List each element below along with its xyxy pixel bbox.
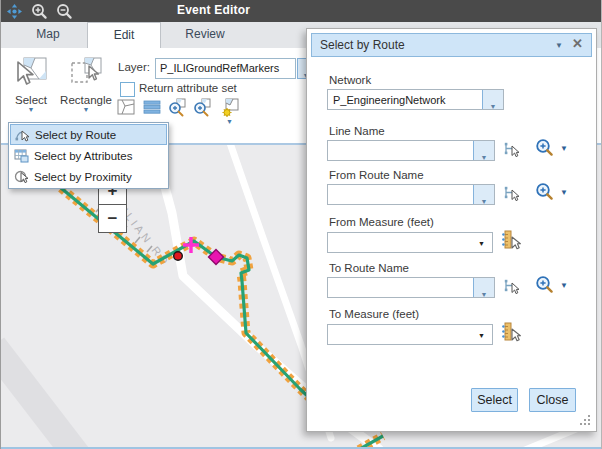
menu-item-select-by-route[interactable]: Select by Route (10, 124, 167, 145)
return-attribute-label: Return attribute set (139, 82, 237, 94)
chevron-down-icon: ▼ (481, 154, 488, 161)
from-measure-label: From Measure (feet) (329, 216, 434, 228)
line-name-label: Line Name (329, 125, 385, 137)
attribute-list-icon[interactable] (142, 97, 162, 117)
select-dropdown-menu: Select by Route Select by Attributes Sel… (8, 122, 169, 189)
return-attribute-checkbox[interactable] (120, 82, 135, 97)
menu-item-select-by-proximity[interactable]: Select by Proximity (10, 166, 167, 187)
from-measure-pick-icon[interactable] (502, 230, 522, 250)
line-name-zoom-caret-icon[interactable]: ▼ (560, 144, 568, 153)
menu-item-label: Select by Proximity (34, 171, 132, 183)
to-route-zoom-icon[interactable] (535, 275, 554, 294)
rectangle-tool-caret-icon[interactable]: ▼ (59, 106, 113, 113)
to-route-zoom-caret-icon[interactable]: ▼ (560, 281, 568, 290)
chevron-down-icon[interactable]: ▼ (478, 332, 485, 339)
chevron-down-icon[interactable]: ▼ (478, 240, 485, 247)
chevron-down-icon: ▼ (481, 198, 488, 205)
menu-item-label: Select by Attributes (34, 150, 132, 162)
from-route-select-on-map-icon[interactable] (504, 185, 521, 202)
tab-edit[interactable]: Edit (87, 22, 161, 48)
title-bar: Event Editor (1, 0, 602, 22)
panel-header[interactable]: Select by Route ▼ ✕ (311, 33, 592, 57)
select-by-attributes-icon (14, 148, 29, 163)
app-title: Event Editor (177, 3, 250, 17)
line-name-select-on-map-icon[interactable] (504, 141, 521, 158)
network-select[interactable]: P_EngineeringNetwork ▼ (327, 89, 504, 110)
to-measure-pick-icon[interactable] (502, 322, 522, 342)
panel-resize-grip[interactable] (579, 414, 591, 426)
close-button[interactable]: Close (529, 388, 576, 412)
zoom-out-icon[interactable] (56, 3, 73, 20)
pan-icon[interactable] (6, 3, 23, 20)
layer-label: Layer: (118, 61, 150, 73)
from-route-select-arrow-button[interactable]: ▼ (473, 185, 494, 204)
chevron-down-icon: ▼ (490, 103, 497, 110)
network-select-arrow-button[interactable]: ▼ (482, 90, 503, 109)
to-route-select-on-map-icon[interactable] (504, 278, 521, 295)
split-polygon-icon[interactable] (116, 97, 136, 117)
line-name-select-arrow-button[interactable]: ▼ (473, 141, 494, 160)
panel-collapse-icon[interactable]: ▼ (555, 41, 563, 50)
rectangle-tool-icon (69, 56, 103, 90)
panel-close-icon[interactable]: ✕ (572, 36, 583, 51)
zoom-to-selection-icon[interactable] (167, 97, 187, 117)
selection-options-caret-icon[interactable]: ▼ (226, 118, 233, 125)
map-zoom-out-button[interactable]: − (98, 204, 127, 233)
from-route-zoom-caret-icon[interactable]: ▼ (560, 188, 568, 197)
from-route-zoom-icon[interactable] (535, 182, 554, 201)
to-route-label: To Route Name (329, 262, 409, 274)
from-route-label: From Route Name (329, 169, 424, 181)
rectangle-tool-label: Rectangle (59, 94, 113, 106)
tab-review[interactable]: Review (161, 22, 249, 47)
panel-title: Select by Route (320, 38, 405, 52)
line-name-select[interactable]: ▼ (327, 140, 495, 161)
to-route-select[interactable]: ▼ (327, 277, 495, 298)
chevron-down-icon: ▼ (481, 291, 488, 298)
select-tool-icon (14, 56, 48, 90)
select-tool-caret-icon[interactable]: ▼ (9, 106, 53, 113)
select-tool-label: Select (9, 94, 53, 106)
from-route-select[interactable]: ▼ (327, 184, 495, 205)
to-measure-combo[interactable]: ▼ (327, 324, 493, 345)
select-button[interactable]: Select (471, 388, 518, 412)
select-by-route-panel: Select by Route ▼ ✕ Network P_Engineerin… (306, 28, 597, 432)
menu-item-select-by-attributes[interactable]: Select by Attributes (10, 145, 167, 166)
to-measure-label: To Measure (feet) (329, 308, 419, 320)
select-by-proximity-icon (14, 169, 29, 184)
line-name-zoom-icon[interactable] (535, 138, 554, 157)
select-tool-button[interactable]: Select ▼ (9, 56, 53, 113)
menu-item-label: Select by Route (35, 129, 116, 141)
event-editor-window: ILIAN RD + − (0, 0, 602, 449)
selection-options-icon[interactable] (220, 97, 240, 117)
to-route-select-arrow-button[interactable]: ▼ (473, 278, 494, 297)
network-select-value: P_EngineeringNetwork (333, 94, 446, 106)
rectangle-tool-button[interactable]: Rectangle ▼ (59, 56, 113, 113)
red-point-marker[interactable] (174, 252, 183, 261)
layer-dropdown[interactable]: P_ILIGroundRefMarkers (155, 58, 296, 79)
tab-map[interactable]: Map (9, 22, 87, 47)
select-by-route-icon (15, 127, 30, 142)
zoom-in-icon[interactable] (31, 3, 48, 20)
zoom-to-selected-feature-icon[interactable] (192, 97, 212, 117)
network-label: Network (329, 74, 371, 86)
from-measure-combo[interactable]: ▼ (327, 232, 493, 253)
layer-dropdown-value: P_ILIGroundRefMarkers (160, 62, 279, 74)
